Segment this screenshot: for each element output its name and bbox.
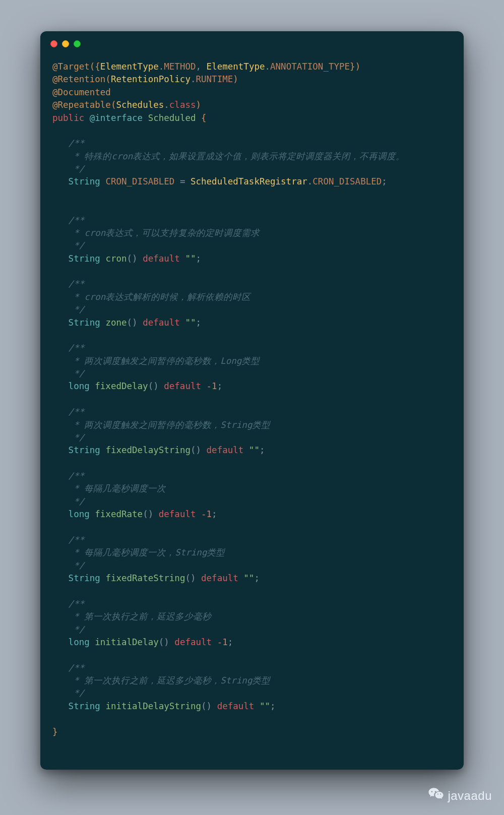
method-zone: zone — [105, 318, 127, 328]
annotation-repeatable: @Repeatable — [52, 100, 111, 110]
zoom-icon[interactable] — [74, 40, 81, 47]
annotation-documented: @Documented — [52, 87, 111, 97]
method-cron: cron — [105, 254, 127, 264]
window-controls — [40, 31, 464, 50]
const-cron-disabled: CRON_DISABLED — [105, 176, 180, 186]
method-fixedrate: fixedRate — [95, 509, 143, 519]
brace-close: } — [52, 727, 58, 737]
watermark: javaadu — [428, 786, 492, 806]
annotation-retention: @Retention — [52, 74, 105, 84]
method-fixeddelay: fixedDelay — [95, 381, 148, 391]
method-fixedratestring: fixedRateString — [105, 573, 185, 583]
wechat-icon — [428, 786, 444, 806]
code-block: @Target({ElementType.METHOD, ElementType… — [40, 50, 464, 770]
method-initialdelay: initialDelay — [95, 637, 158, 647]
code-window: @Target({ElementType.METHOD, ElementType… — [40, 31, 464, 770]
minimize-icon[interactable] — [62, 40, 69, 47]
interface-name: Scheduled — [148, 113, 201, 123]
watermark-text: javaadu — [448, 787, 492, 805]
close-icon[interactable] — [50, 40, 57, 47]
method-initialdelaystring: initialDelayString — [105, 701, 201, 711]
method-fixeddelaystring: fixedDelayString — [105, 445, 191, 455]
annotation-target: @Target — [52, 61, 90, 72]
